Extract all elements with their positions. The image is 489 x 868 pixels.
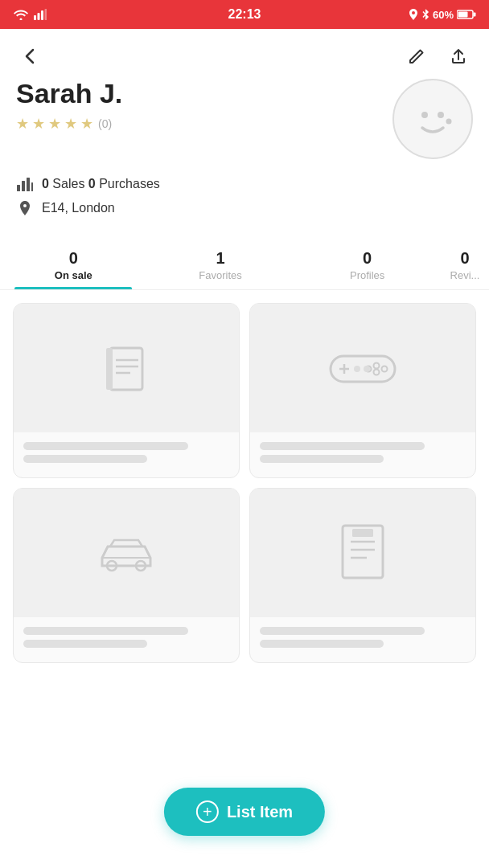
svg-point-23 (382, 366, 388, 372)
status-time: 22:13 (228, 7, 261, 22)
grid-card-4[interactable] (249, 488, 476, 663)
star-5: ★ (80, 115, 93, 133)
profile-section: Sarah J. ★ ★ ★ ★ ★ (0) (0, 79, 489, 175)
tab-on-sale-label: On sale (6, 269, 141, 281)
card-1-image (14, 304, 239, 432)
list-item-label: List Item (227, 803, 293, 821)
sales-row: 0 Sales 0 Purchases (16, 175, 473, 193)
tab-favorites[interactable]: 1 Favorites (147, 240, 294, 289)
tab-on-sale[interactable]: 0 On sale (0, 240, 147, 289)
svg-rect-35 (352, 529, 373, 537)
svg-rect-10 (17, 185, 20, 191)
grid-card-3[interactable] (13, 488, 240, 663)
profile-info: Sarah J. ★ ★ ★ ★ ★ (0) (16, 79, 392, 133)
svg-point-27 (364, 366, 370, 372)
sales-icon (16, 175, 34, 193)
svg-rect-12 (27, 178, 30, 191)
card-2-line-1 (260, 442, 425, 450)
location-pin-icon (16, 199, 34, 217)
document-icon (335, 519, 391, 588)
back-button[interactable] (16, 42, 45, 71)
book-icon (94, 336, 158, 400)
tabs-bar: 0 On sale 1 Favorites 0 Profiles 0 Revi.… (0, 240, 489, 290)
tab-reviews-label: Revi... (447, 269, 483, 281)
star-4: ★ (64, 115, 77, 133)
tab-favorites-label: Favorites (154, 269, 288, 281)
location-row: E14, London (16, 199, 473, 217)
tab-profiles[interactable]: 0 Profiles (294, 240, 441, 289)
svg-point-24 (374, 370, 380, 375)
card-4-line-1 (260, 627, 425, 635)
card-2-line-2 (260, 455, 384, 463)
card-4-line-2 (260, 640, 384, 648)
star-2: ★ (32, 115, 45, 133)
svg-rect-15 (106, 348, 113, 390)
battery-icon (457, 9, 476, 20)
svg-rect-1 (38, 13, 40, 20)
card-2-image (250, 304, 475, 432)
battery-percent: 60% (433, 9, 454, 21)
tab-reviews[interactable]: 0 Revi... (441, 240, 489, 289)
svg-rect-2 (41, 10, 43, 20)
tab-on-sale-count: 0 (6, 249, 141, 268)
tab-profiles-label: Profiles (300, 269, 434, 281)
top-nav (0, 29, 489, 79)
card-3-line-2 (23, 640, 147, 648)
svg-rect-6 (474, 13, 476, 17)
location-text: E14, London (42, 201, 115, 215)
stars-row: ★ ★ ★ ★ ★ (0) (16, 115, 392, 133)
avatar-face (405, 91, 461, 147)
car-icon (90, 529, 162, 577)
sales-text: 0 Sales 0 Purchases (42, 177, 160, 191)
edit-button[interactable] (402, 42, 431, 71)
star-3: ★ (48, 115, 61, 133)
list-item-button[interactable]: + List Item (164, 788, 325, 836)
wifi-icon (13, 9, 29, 20)
star-1: ★ (16, 115, 29, 133)
rating-count: (0) (98, 117, 112, 130)
signal-icon (34, 9, 47, 20)
card-1-line-1 (23, 442, 188, 450)
card-4-text (250, 617, 475, 662)
svg-point-22 (374, 363, 380, 369)
card-1-text (14, 432, 239, 477)
share-button[interactable] (444, 42, 473, 71)
tab-favorites-count: 1 (154, 249, 288, 268)
card-1-line-2 (23, 455, 147, 463)
card-3-line-1 (23, 627, 188, 635)
svg-rect-5 (458, 12, 468, 18)
svg-rect-0 (34, 15, 36, 20)
gamepad-icon (327, 344, 399, 392)
svg-point-8 (438, 112, 444, 118)
card-4-image (250, 489, 475, 617)
stats-section: 0 Sales 0 Purchases E14, London (0, 175, 489, 240)
svg-point-9 (446, 119, 452, 125)
bluetooth-icon (421, 9, 429, 20)
grid-section (0, 290, 489, 743)
tab-reviews-count: 0 (447, 249, 483, 268)
svg-rect-14 (110, 348, 142, 390)
grid-card-1[interactable] (13, 303, 240, 478)
svg-rect-13 (31, 182, 33, 191)
profile-name: Sarah J. (16, 79, 392, 108)
location-icon (409, 9, 418, 20)
plus-icon: + (196, 800, 219, 823)
card-3-text (14, 617, 239, 662)
status-right: 60% (409, 9, 476, 21)
status-bar: 22:13 60% (0, 0, 489, 29)
card-3-image (14, 489, 239, 617)
svg-rect-11 (22, 181, 25, 191)
avatar (392, 79, 473, 159)
svg-point-26 (354, 366, 360, 372)
card-2-text (250, 432, 475, 477)
svg-point-7 (421, 112, 428, 118)
svg-rect-3 (45, 9, 47, 20)
nav-actions (402, 42, 473, 71)
status-left (13, 9, 47, 20)
grid-card-2[interactable] (249, 303, 476, 478)
tab-profiles-count: 0 (300, 249, 434, 268)
